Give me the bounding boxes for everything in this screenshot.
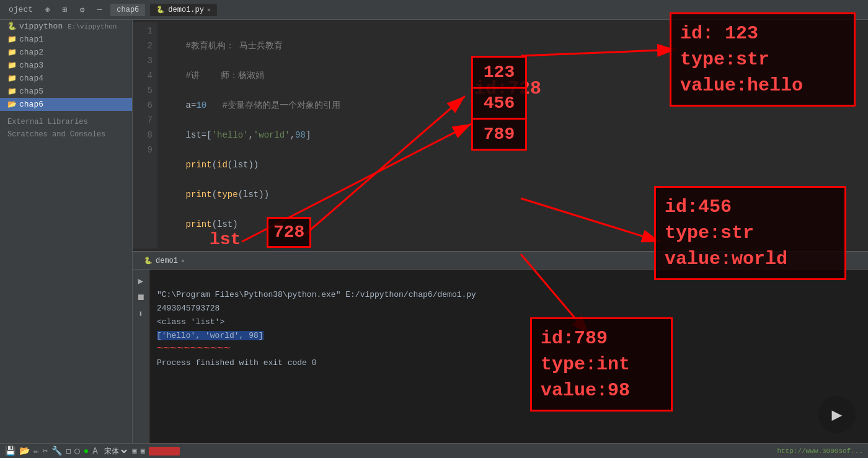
code-line-2: #讲 师：杨淑娟 [165, 68, 868, 83]
tab-demo1py-icon: 🐍 [156, 6, 165, 14]
sidebar-item-chap6[interactable]: 📂 chap6 [0, 98, 132, 111]
chap5-label: chap5 [19, 87, 43, 96]
status-icon-1[interactable]: 💾 [5, 446, 16, 456]
sidebar-item-chap3[interactable]: 📁 chap3 [0, 59, 132, 72]
console-tab-icon: 🐍 [144, 257, 153, 265]
code-line-5: print(id(lst)) [165, 157, 868, 172]
chap6-label: chap6 [19, 100, 43, 109]
status-icon-4[interactable]: ✂️ [42, 446, 47, 456]
sidebar-item-scratches[interactable]: Scratches and Consoles [0, 128, 132, 141]
project-path: E:\vippython [68, 23, 117, 30]
console-cmd-line: "C:\Program Files\Python38\python.exe" E… [157, 290, 476, 299]
code-line-1: #教育机构： 马士兵教育 [165, 38, 868, 53]
sidebar-item-chap5[interactable]: 📁 chap5 [0, 85, 132, 98]
tab-demo1py-label: demo1.py [168, 6, 204, 14]
status-icon-7[interactable]: ◯ [74, 446, 79, 456]
sidebar-project-root[interactable]: 🐍 vippython E:\vippython [0, 20, 132, 33]
status-icon-5[interactable]: 🔧 [51, 446, 62, 456]
chap1-label: chap1 [19, 35, 43, 44]
font-select[interactable]: 宋体 [102, 446, 129, 456]
chap6-folder-icon: 📂 [7, 100, 17, 109]
line-numbers: 1 2 3 4 5 6 7 8 9 [133, 22, 157, 249]
main-layout: 🐍 vippython E:\vippython 📁 chap1 📁 chap2… [0, 20, 868, 443]
editor-panel: 1 2 3 4 5 6 7 8 9 #教育机构： 马士兵教育 #讲 师：杨淑娟 … [133, 20, 868, 443]
scratches-label: Scratches and Consoles [7, 130, 105, 139]
status-green-dot: ● [84, 446, 89, 456]
tab-demo1py[interactable]: 🐍 demo1.py ✕ [150, 4, 217, 16]
toolbar-icon-4[interactable]: — [94, 4, 106, 15]
console-output[interactable]: "C:\Program Files\Python38\python.exe" E… [149, 270, 868, 443]
chap3-label: chap3 [19, 61, 43, 70]
toolbar-icon-2[interactable]: ⊞ [59, 4, 71, 16]
chap2-folder-icon: 📁 [7, 48, 17, 57]
console-tab-bar: 🐍 demo1 ✕ [133, 252, 868, 270]
external-libraries-label: External Libraries [7, 118, 88, 126]
project-label[interactable]: oject [5, 4, 37, 15]
sidebar-item-external-libraries[interactable]: External Libraries [0, 116, 132, 128]
chap4-label: chap4 [19, 74, 43, 83]
code-line-7: print(lst) [165, 217, 868, 232]
console-panel: 🐍 demo1 ✕ ▶ ⏹ ⬇ "C:\Program Files\Python… [133, 251, 868, 443]
status-size-icon2[interactable]: ▣ [141, 446, 145, 456]
status-icon-2[interactable]: 📂 [19, 446, 30, 456]
console-output-line2: <class 'list'> [157, 317, 224, 327]
chap4-folder-icon: 📁 [7, 74, 17, 83]
sidebar-item-chap2[interactable]: 📁 chap2 [0, 46, 132, 59]
toolbar-icon-1[interactable]: ⊕ [42, 4, 54, 16]
console-squiggle: ~~~~~~~~~~~ [157, 342, 231, 355]
console-exit-line: Process finished with exit code 0 [157, 358, 316, 368]
tab-demo1py-close[interactable]: ✕ [207, 6, 211, 14]
console-tab-close[interactable]: ✕ [181, 257, 185, 265]
code-content[interactable]: #教育机构： 马士兵教育 #讲 师：杨淑娟 a=10 #变量存储的是一个对象的引… [157, 22, 868, 249]
status-icon-6[interactable]: ◻ [66, 446, 71, 456]
status-circle: A [92, 446, 97, 456]
status-icon-3[interactable]: ✏️ [33, 446, 38, 456]
console-side-icons: ▶ ⏹ ⬇ [133, 270, 149, 443]
status-color-box [149, 447, 180, 456]
status-size-icon[interactable]: ▣ [133, 446, 137, 456]
statusbar: 💾 📂 ✏️ ✂️ 🔧 ◻ ◯ ● A 宋体 ▣ ▣ http://www.30… [0, 443, 868, 458]
toolbar: oject ⊕ ⊞ ⚙ — chap6 🐍 demo1.py ✕ [0, 0, 868, 20]
console-output-line3: ['hello', 'world', 98] [157, 331, 264, 340]
tab-chap6-label: chap6 [117, 6, 139, 14]
console-icon-download[interactable]: ⬇ [137, 307, 144, 320]
code-line-4: lst=['hello','world',98] [165, 128, 868, 143]
console-tab-label: demo1 [156, 257, 178, 265]
chap2-label: chap2 [19, 48, 43, 57]
toolbar-icon-3[interactable]: ⚙ [76, 4, 89, 16]
console-output-line1: 2493045793728 [157, 304, 219, 313]
status-url: http://www.3000sof... [777, 447, 863, 455]
code-line-3: a=10 #变量存储的是一个对象的引用 [165, 98, 868, 113]
chap5-folder-icon: 📁 [7, 87, 17, 96]
code-line-6: print(type(lst)) [165, 187, 868, 202]
code-editor[interactable]: 1 2 3 4 5 6 7 8 9 #教育机构： 马士兵教育 #讲 师：杨淑娟 … [133, 20, 868, 251]
tab-chap6[interactable]: chap6 [110, 4, 145, 16]
project-folder-icon: 🐍 [7, 22, 17, 31]
sidebar-item-chap4[interactable]: 📁 chap4 [0, 72, 132, 85]
project-name: vippython [19, 22, 63, 31]
code-line-8 [165, 247, 868, 251]
console-icon-stop[interactable]: ⏹ [135, 291, 146, 304]
chap1-folder-icon: 📁 [7, 35, 17, 44]
console-tab-demo1[interactable]: 🐍 demo1 ✕ [138, 255, 191, 266]
sidebar: 🐍 vippython E:\vippython 📁 chap1 📁 chap2… [0, 20, 133, 443]
chap3-folder-icon: 📁 [7, 61, 17, 70]
console-icon-run[interactable]: ▶ [137, 275, 144, 288]
sidebar-item-chap1[interactable]: 📁 chap1 [0, 33, 132, 46]
